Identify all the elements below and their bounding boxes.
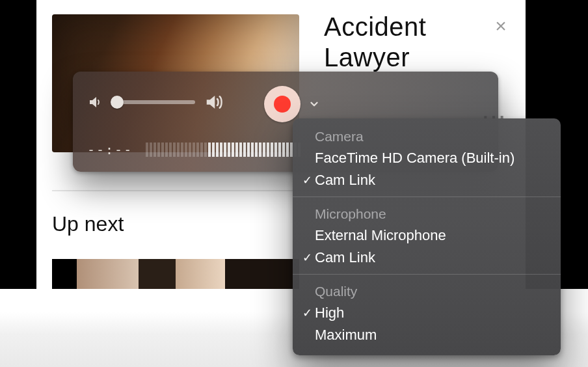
- menu-section-label: Microphone: [293, 202, 561, 224]
- menu-item-label: Cam Link: [315, 249, 375, 266]
- up-next-heading: Up next: [52, 212, 124, 236]
- menu-section-label: Quality: [293, 280, 561, 302]
- meter-bar: [212, 143, 215, 157]
- meter-bar: [274, 143, 277, 157]
- menu-section-label: Camera: [293, 125, 561, 147]
- record-button[interactable]: [264, 86, 301, 122]
- volume-slider[interactable]: [112, 100, 195, 104]
- meter-bar: [185, 143, 187, 157]
- record-dot-icon: [274, 96, 291, 113]
- meter-bar: [271, 143, 273, 157]
- menu-item[interactable]: ✓High: [293, 302, 561, 324]
- meter-bar: [247, 143, 250, 157]
- meter-bar: [220, 143, 222, 157]
- menu-separator: [293, 197, 561, 197]
- meter-bar: [255, 143, 258, 157]
- meter-bar: [239, 143, 242, 157]
- meter-bar: [243, 143, 246, 157]
- check-icon: ✓: [299, 173, 315, 187]
- meter-bar: [208, 143, 211, 157]
- meter-bar: [173, 143, 176, 157]
- volume-row: [87, 92, 224, 112]
- menu-item-label: External Microphone: [315, 227, 446, 244]
- volume-high-icon[interactable]: [204, 92, 224, 112]
- menu-item[interactable]: ✓Cam Link: [293, 247, 561, 269]
- ad-title[interactable]: Accident Lawyer: [324, 12, 500, 73]
- time-meter-row: --:--: [87, 142, 301, 157]
- menu-item[interactable]: ✓Maximum: [293, 324, 561, 346]
- volume-low-icon[interactable]: [87, 94, 103, 110]
- meter-bar: [235, 143, 238, 157]
- menu-item[interactable]: ✓External Microphone: [293, 224, 561, 247]
- meter-bar: [224, 143, 226, 157]
- meter-bar: [161, 143, 164, 157]
- meter-bar: [232, 143, 234, 157]
- meter-bar: [150, 143, 152, 157]
- menu-item[interactable]: ✓Cam Link: [293, 169, 561, 191]
- meter-bar: [169, 143, 172, 157]
- elapsed-time: --:--: [87, 142, 133, 157]
- menu-item-label: Cam Link: [315, 172, 375, 189]
- meter-bar: [200, 143, 203, 157]
- up-next-thumbnail[interactable]: [52, 259, 299, 289]
- screenshot-root: Accident Lawyer × ⋯ Up next: [0, 0, 588, 367]
- meter-bar: [189, 143, 191, 157]
- meter-bar: [196, 143, 199, 157]
- audio-level-meter: [146, 143, 301, 157]
- record-controls: [264, 86, 323, 122]
- meter-bar: [154, 143, 156, 157]
- meter-bar: [181, 143, 183, 157]
- meter-bar: [282, 143, 285, 157]
- meter-bar: [228, 143, 230, 157]
- meter-bar: [157, 143, 160, 157]
- meter-bar: [193, 143, 195, 157]
- check-icon: ✓: [299, 306, 315, 320]
- close-icon[interactable]: ×: [492, 17, 510, 35]
- letterbox-left: [0, 0, 36, 289]
- record-options-menu: Camera✓FaceTime HD Camera (Built-in)✓Cam…: [293, 118, 561, 355]
- meter-bar: [216, 143, 219, 157]
- menu-separator: [293, 274, 561, 275]
- record-options-chevron-icon[interactable]: [306, 93, 323, 115]
- meter-bar: [204, 143, 207, 157]
- menu-item-label: Maximum: [315, 327, 377, 344]
- menu-item-label: FaceTime HD Camera (Built-in): [315, 150, 514, 167]
- meter-bar: [165, 143, 168, 157]
- meter-bar: [286, 143, 289, 157]
- meter-bar: [259, 143, 261, 157]
- meter-bar: [267, 143, 269, 157]
- meter-bar: [146, 143, 148, 157]
- meter-bar: [177, 143, 180, 157]
- meter-bar: [263, 143, 265, 157]
- menu-item-label: High: [315, 305, 344, 321]
- check-icon: ✓: [299, 251, 315, 265]
- menu-item[interactable]: ✓FaceTime HD Camera (Built-in): [293, 147, 561, 169]
- meter-bar: [278, 143, 281, 157]
- volume-knob[interactable]: [111, 96, 124, 109]
- meter-bar: [251, 143, 254, 157]
